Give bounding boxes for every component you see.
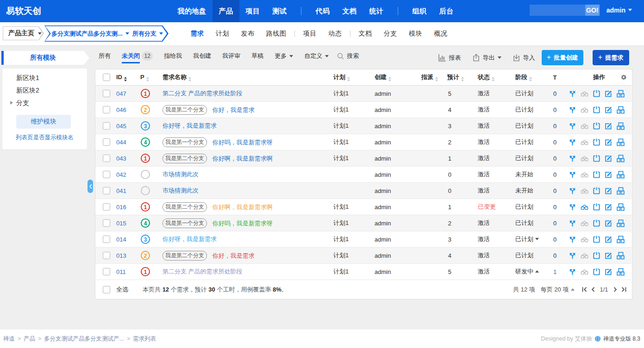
- subnav-item-项目[interactable]: 项目: [297, 30, 322, 38]
- pager-last-button[interactable]: [619, 284, 628, 296]
- review-action-icon[interactable]: [581, 90, 588, 98]
- search-toggle[interactable]: 搜索: [334, 52, 364, 60]
- subdivide-action-icon[interactable]: [617, 155, 625, 162]
- subdivide-action-icon[interactable]: [617, 90, 625, 98]
- brand-logo[interactable]: 易软天创: [6, 0, 41, 22]
- story-title-link[interactable]: 你好呀，我是新需求: [163, 236, 217, 242]
- subdivide-action-icon[interactable]: [617, 252, 625, 260]
- change-action-icon[interactable]: [569, 203, 576, 211]
- row-checkbox[interactable]: [103, 171, 110, 178]
- task-action-icon[interactable]: [593, 171, 600, 179]
- story-title-link[interactable]: 你好，我是需求: [213, 106, 255, 113]
- story-id-link[interactable]: 044: [116, 139, 126, 146]
- gear-icon[interactable]: [620, 74, 627, 82]
- import-button[interactable]: 导入: [513, 54, 535, 62]
- nav-item-我的地盘[interactable]: 我的地盘: [171, 0, 213, 22]
- col-header-assigned[interactable]: 指派: [419, 69, 446, 86]
- task-action-icon[interactable]: [593, 106, 600, 114]
- edit-action-icon[interactable]: [605, 155, 613, 162]
- change-action-icon[interactable]: [569, 171, 576, 179]
- change-action-icon[interactable]: [569, 90, 576, 98]
- batch-create-button[interactable]: + 批量创建: [542, 50, 583, 65]
- review-action-icon[interactable]: [581, 155, 588, 162]
- go-button[interactable]: GO!: [585, 5, 600, 16]
- breadcrumb-item[interactable]: 多分支测试产品多分支测试产...: [44, 336, 124, 342]
- task-action-icon[interactable]: [593, 219, 600, 227]
- change-action-icon[interactable]: [569, 122, 576, 130]
- subnav-item-发布[interactable]: 发布: [235, 30, 260, 38]
- edit-action-icon[interactable]: [605, 106, 613, 114]
- breadcrumb-item[interactable]: 禅道: [3, 336, 15, 342]
- row-checkbox[interactable]: [103, 138, 110, 146]
- edit-action-icon[interactable]: [605, 219, 613, 227]
- breadcrumb-item[interactable]: 产品: [24, 336, 35, 342]
- task-action-icon[interactable]: [593, 268, 600, 276]
- story-id-link[interactable]: 014: [116, 236, 126, 243]
- story-id-link[interactable]: 045: [116, 123, 126, 130]
- report-button[interactable]: 报表: [438, 54, 461, 62]
- edit-action-icon[interactable]: [605, 171, 613, 179]
- edit-action-icon[interactable]: [605, 203, 613, 211]
- col-header-opened[interactable]: 创建: [373, 69, 419, 86]
- pager-page-size[interactable]: 每页 20 项: [541, 286, 575, 294]
- edit-action-icon[interactable]: [605, 122, 613, 130]
- review-action-icon[interactable]: [581, 122, 588, 130]
- nav-item-代码[interactable]: 代码: [309, 0, 336, 22]
- review-action-icon[interactable]: [581, 187, 588, 195]
- subnav-item-文档[interactable]: 文档: [353, 30, 378, 38]
- story-title-link[interactable]: 你好，我是需求: [213, 252, 255, 259]
- col-header-estimate[interactable]: 预计: [446, 69, 467, 86]
- story-id-link[interactable]: 042: [116, 171, 126, 178]
- tab-自定义[interactable]: 自定义: [299, 49, 334, 63]
- row-checkbox[interactable]: [103, 236, 110, 243]
- review-action-icon[interactable]: [581, 236, 588, 243]
- story-id-link[interactable]: 013: [116, 252, 126, 259]
- maintain-module-button[interactable]: 维护模块: [16, 115, 71, 129]
- tab-未关闭[interactable]: 未关闭12: [116, 49, 158, 63]
- task-action-icon[interactable]: [593, 236, 600, 243]
- task-action-icon[interactable]: [593, 90, 600, 98]
- module-tree-item[interactable]: 新区块1: [2, 72, 87, 84]
- review-action-icon[interactable]: [581, 252, 588, 260]
- story-title-link[interactable]: 你好吗，我是新需求呀: [213, 139, 273, 146]
- search-input[interactable]: [530, 5, 585, 16]
- module-tree-item[interactable]: 分支: [2, 97, 87, 109]
- row-checkbox[interactable]: [103, 252, 110, 259]
- task-action-icon[interactable]: [593, 122, 600, 130]
- subdivide-action-icon[interactable]: [617, 268, 625, 276]
- story-id-link[interactable]: 041: [116, 187, 126, 194]
- row-checkbox[interactable]: [103, 106, 110, 113]
- tree-expand-icon[interactable]: [10, 101, 13, 105]
- task-action-icon[interactable]: [593, 252, 600, 260]
- nav-item-组织[interactable]: 组织: [406, 0, 433, 22]
- row-checkbox[interactable]: [103, 268, 110, 275]
- subnav-item-概况[interactable]: 概况: [428, 30, 453, 38]
- pager-prev-button[interactable]: [589, 284, 598, 296]
- nav-item-产品[interactable]: 产品: [213, 0, 239, 22]
- change-action-icon[interactable]: [569, 187, 576, 195]
- subdivide-action-icon[interactable]: [617, 219, 625, 227]
- select-all-checkbox-footer[interactable]: [103, 286, 110, 293]
- nav-item-文档[interactable]: 文档: [336, 0, 363, 22]
- module-tree-item[interactable]: 新区块2: [2, 84, 87, 97]
- change-action-icon[interactable]: [569, 219, 576, 227]
- tab-我评审[interactable]: 我评审: [217, 49, 246, 63]
- col-header-taskcount[interactable]: T: [549, 69, 561, 86]
- col-header-status[interactable]: 状态: [467, 69, 507, 86]
- subnav-item-需求[interactable]: 需求: [185, 30, 210, 38]
- story-title-link[interactable]: 你好呀，我是新需求: [163, 122, 217, 129]
- stage-menu-caret[interactable]: [535, 238, 539, 240]
- edit-action-icon[interactable]: [605, 138, 613, 146]
- review-action-icon[interactable]: [581, 106, 588, 114]
- select-all-checkbox-header[interactable]: [103, 74, 110, 81]
- pager-first-button[interactable]: [580, 284, 589, 296]
- story-id-link[interactable]: 016: [116, 204, 126, 211]
- subdivide-action-icon[interactable]: [617, 138, 625, 146]
- change-action-icon[interactable]: [569, 138, 576, 146]
- story-title-link[interactable]: 你好啊，我是新需求啊: [213, 204, 273, 211]
- change-action-icon[interactable]: [569, 236, 576, 243]
- tab-我创建[interactable]: 我创建: [188, 49, 217, 63]
- subdivide-action-icon[interactable]: [617, 106, 625, 114]
- edit-action-icon[interactable]: [605, 187, 613, 195]
- create-story-button[interactable]: + 提需求: [593, 50, 629, 65]
